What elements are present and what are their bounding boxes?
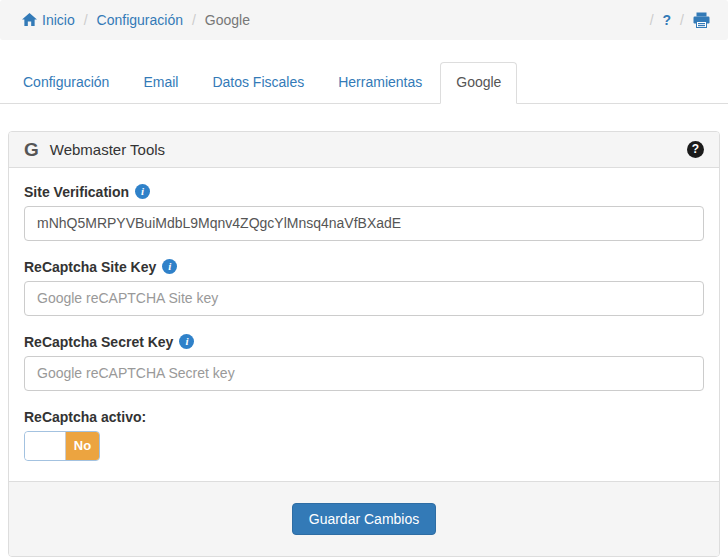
breadcrumb-separator: / [183, 12, 205, 28]
toggle-handle [25, 432, 66, 460]
breadcrumb-actions: / ? / [641, 12, 710, 28]
recaptcha-secret-key-input[interactable] [24, 356, 704, 391]
recaptcha-site-key-group: ReCaptcha Site Key i [24, 259, 704, 316]
question-circle-icon[interactable]: ? [687, 141, 704, 158]
breadcrumb-separator: / [671, 12, 693, 28]
webmaster-tools-panel: G Webmaster Tools ? Site Verification i … [8, 131, 720, 557]
label-text: ReCaptcha Secret Key [24, 334, 173, 350]
breadcrumb-separator: / [641, 12, 663, 28]
save-button[interactable]: Guardar Cambios [292, 503, 437, 535]
tab-email[interactable]: Email [127, 62, 194, 104]
panel-header: G Webmaster Tools ? [9, 132, 719, 168]
info-icon[interactable]: i [179, 334, 194, 349]
tab-configuracion[interactable]: Configuración [7, 62, 125, 104]
recaptcha-active-group: ReCaptcha activo: No [24, 409, 704, 461]
google-g-icon: G [24, 140, 39, 159]
tab-herramientas[interactable]: Herramientas [322, 62, 438, 104]
recaptcha-site-key-input[interactable] [24, 281, 704, 316]
breadcrumb-item-inicio[interactable]: Inicio [22, 12, 75, 28]
site-verification-group: Site Verification i [24, 184, 704, 241]
site-verification-label: Site Verification i [24, 184, 704, 200]
tab-datos-fiscales[interactable]: Datos Fiscales [196, 62, 320, 104]
printer-icon[interactable] [693, 12, 710, 28]
breadcrumb-label: Inicio [42, 12, 75, 28]
info-icon[interactable]: i [135, 184, 150, 199]
info-icon[interactable]: i [162, 259, 177, 274]
recaptcha-secret-key-group: ReCaptcha Secret Key i [24, 334, 704, 391]
breadcrumb-bar: Inicio / Configuración / Google / ? / [0, 0, 728, 40]
breadcrumb: Inicio / Configuración / Google [22, 12, 250, 28]
settings-tabs: Configuración Email Datos Fiscales Herra… [0, 62, 728, 104]
panel-body: Site Verification i ReCaptcha Site Key i… [9, 168, 719, 481]
breadcrumb-item-configuracion[interactable]: Configuración [97, 12, 183, 28]
toggle-state-label: No [66, 432, 99, 460]
home-icon [22, 13, 37, 27]
panel-footer: Guardar Cambios [9, 481, 719, 556]
breadcrumb-item-google-current: Google [205, 12, 250, 28]
label-text: ReCaptcha Site Key [24, 259, 156, 275]
label-text: Site Verification [24, 184, 129, 200]
recaptcha-secret-key-label: ReCaptcha Secret Key i [24, 334, 704, 350]
recaptcha-active-toggle[interactable]: No [24, 431, 100, 461]
site-verification-input[interactable] [24, 206, 704, 241]
recaptcha-active-label: ReCaptcha activo: [24, 409, 704, 425]
help-link[interactable]: ? [663, 12, 672, 28]
recaptcha-site-key-label: ReCaptcha Site Key i [24, 259, 704, 275]
tab-google[interactable]: Google [440, 62, 517, 104]
breadcrumb-separator: / [75, 12, 97, 28]
panel-title: Webmaster Tools [50, 141, 165, 158]
